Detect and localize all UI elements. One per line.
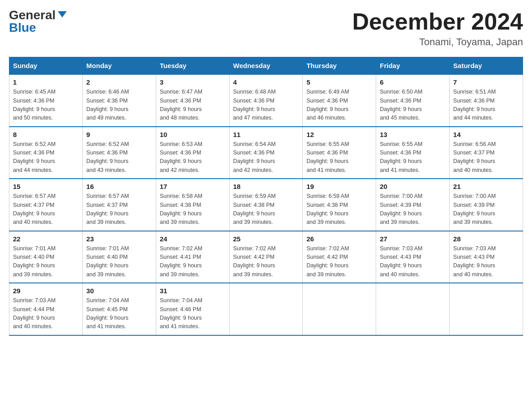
day-number: 4 [233, 78, 299, 86]
calendar-cell: 4 Sunrise: 6:48 AMSunset: 4:36 PMDayligh… [229, 74, 303, 127]
day-number: 7 [453, 78, 519, 86]
location-title: Tonami, Toyama, Japan [352, 36, 523, 48]
day-info: Sunrise: 6:52 AMSunset: 4:36 PMDaylight:… [86, 140, 152, 175]
calendar-cell [450, 283, 523, 335]
calendar-cell: 15 Sunrise: 6:57 AMSunset: 4:37 PMDaylig… [9, 179, 83, 231]
weekday-header-thursday: Thursday [303, 57, 376, 75]
calendar-cell: 16 Sunrise: 6:57 AMSunset: 4:37 PMDaylig… [82, 179, 156, 231]
logo-blue-text: Blue [9, 21, 36, 34]
weekday-header-sunday: Sunday [9, 57, 83, 75]
page-header: General Blue December 2024 Tonami, Toyam… [9, 9, 523, 48]
day-info: Sunrise: 7:04 AMSunset: 4:46 PMDaylight:… [160, 296, 226, 331]
day-info: Sunrise: 7:01 AMSunset: 4:40 PMDaylight:… [13, 244, 79, 279]
calendar-cell: 3 Sunrise: 6:47 AMSunset: 4:36 PMDayligh… [156, 74, 229, 127]
day-number: 10 [160, 131, 226, 138]
calendar-cell: 31 Sunrise: 7:04 AMSunset: 4:46 PMDaylig… [156, 283, 229, 335]
day-number: 9 [86, 131, 152, 138]
day-number: 1 [13, 78, 79, 86]
calendar-cell: 28 Sunrise: 7:03 AMSunset: 4:43 PMDaylig… [450, 231, 523, 283]
logo-general-text: General [9, 9, 56, 21]
day-number: 21 [453, 183, 519, 190]
calendar-cell: 12 Sunrise: 6:55 AMSunset: 4:36 PMDaylig… [303, 127, 376, 179]
day-info: Sunrise: 6:45 AMSunset: 4:36 PMDaylight:… [13, 88, 79, 123]
day-number: 23 [86, 235, 152, 243]
day-info: Sunrise: 6:46 AMSunset: 4:36 PMDaylight:… [86, 88, 152, 123]
logo-triangle-icon [58, 11, 67, 17]
day-number: 15 [13, 183, 79, 190]
day-info: Sunrise: 6:59 AMSunset: 4:38 PMDaylight:… [306, 192, 372, 227]
day-info: Sunrise: 6:50 AMSunset: 4:36 PMDaylight:… [380, 88, 446, 123]
weekday-header-monday: Monday [82, 57, 156, 75]
calendar-week-5: 29 Sunrise: 7:03 AMSunset: 4:44 PMDaylig… [9, 283, 523, 335]
day-number: 2 [86, 78, 152, 86]
day-number: 26 [306, 235, 372, 243]
day-info: Sunrise: 7:03 AMSunset: 4:43 PMDaylight:… [453, 244, 519, 279]
day-number: 18 [233, 183, 299, 190]
day-number: 11 [233, 131, 299, 138]
calendar-cell: 14 Sunrise: 6:56 AMSunset: 4:37 PMDaylig… [450, 127, 523, 179]
day-info: Sunrise: 6:52 AMSunset: 4:36 PMDaylight:… [13, 140, 79, 175]
day-info: Sunrise: 6:54 AMSunset: 4:36 PMDaylight:… [233, 140, 299, 175]
day-number: 17 [160, 183, 226, 190]
calendar-week-4: 22 Sunrise: 7:01 AMSunset: 4:40 PMDaylig… [9, 231, 523, 283]
day-number: 5 [306, 78, 372, 86]
day-number: 8 [13, 131, 79, 138]
day-info: Sunrise: 6:55 AMSunset: 4:36 PMDaylight:… [306, 140, 372, 175]
day-number: 6 [380, 78, 446, 86]
weekday-header-wednesday: Wednesday [229, 57, 303, 75]
day-number: 14 [453, 131, 519, 138]
day-number: 20 [380, 183, 446, 190]
day-number: 3 [160, 78, 226, 86]
day-info: Sunrise: 6:57 AMSunset: 4:37 PMDaylight:… [13, 192, 79, 227]
calendar-cell: 25 Sunrise: 7:02 AMSunset: 4:42 PMDaylig… [229, 231, 303, 283]
day-info: Sunrise: 7:01 AMSunset: 4:40 PMDaylight:… [86, 244, 152, 279]
day-info: Sunrise: 7:02 AMSunset: 4:41 PMDaylight:… [160, 244, 226, 279]
day-number: 22 [13, 235, 79, 243]
weekday-header-row: SundayMondayTuesdayWednesdayThursdayFrid… [9, 57, 523, 75]
day-number: 24 [160, 235, 226, 243]
calendar-cell: 6 Sunrise: 6:50 AMSunset: 4:36 PMDayligh… [376, 74, 450, 127]
day-info: Sunrise: 6:57 AMSunset: 4:37 PMDaylight:… [86, 192, 152, 227]
calendar-cell [303, 283, 376, 335]
calendar-cell: 29 Sunrise: 7:03 AMSunset: 4:44 PMDaylig… [9, 283, 83, 335]
day-number: 16 [86, 183, 152, 190]
day-number: 29 [13, 287, 79, 295]
day-info: Sunrise: 7:02 AMSunset: 4:42 PMDaylight:… [233, 244, 299, 279]
day-number: 28 [453, 235, 519, 243]
calendar-cell: 23 Sunrise: 7:01 AMSunset: 4:40 PMDaylig… [82, 231, 156, 283]
calendar-cell: 27 Sunrise: 7:03 AMSunset: 4:43 PMDaylig… [376, 231, 450, 283]
calendar-cell: 8 Sunrise: 6:52 AMSunset: 4:36 PMDayligh… [9, 127, 83, 179]
calendar-cell: 19 Sunrise: 6:59 AMSunset: 4:38 PMDaylig… [303, 179, 376, 231]
day-number: 27 [380, 235, 446, 243]
calendar-week-2: 8 Sunrise: 6:52 AMSunset: 4:36 PMDayligh… [9, 127, 523, 179]
calendar-cell: 13 Sunrise: 6:55 AMSunset: 4:36 PMDaylig… [376, 127, 450, 179]
day-info: Sunrise: 6:49 AMSunset: 4:36 PMDaylight:… [306, 88, 372, 123]
day-info: Sunrise: 7:00 AMSunset: 4:39 PMDaylight:… [380, 192, 446, 227]
calendar-cell: 21 Sunrise: 7:00 AMSunset: 4:39 PMDaylig… [450, 179, 523, 231]
day-info: Sunrise: 7:02 AMSunset: 4:42 PMDaylight:… [306, 244, 372, 279]
weekday-header-friday: Friday [376, 57, 450, 75]
calendar-cell: 10 Sunrise: 6:53 AMSunset: 4:36 PMDaylig… [156, 127, 229, 179]
day-info: Sunrise: 6:56 AMSunset: 4:37 PMDaylight:… [453, 140, 519, 175]
calendar-cell: 20 Sunrise: 7:00 AMSunset: 4:39 PMDaylig… [376, 179, 450, 231]
calendar-week-3: 15 Sunrise: 6:57 AMSunset: 4:37 PMDaylig… [9, 179, 523, 231]
day-info: Sunrise: 6:58 AMSunset: 4:38 PMDaylight:… [160, 192, 226, 227]
calendar-cell: 7 Sunrise: 6:51 AMSunset: 4:36 PMDayligh… [450, 74, 523, 127]
day-info: Sunrise: 6:47 AMSunset: 4:36 PMDaylight:… [160, 88, 226, 123]
day-number: 30 [86, 287, 152, 295]
calendar-cell: 17 Sunrise: 6:58 AMSunset: 4:38 PMDaylig… [156, 179, 229, 231]
calendar-cell [376, 283, 450, 335]
calendar-cell: 2 Sunrise: 6:46 AMSunset: 4:36 PMDayligh… [82, 74, 156, 127]
day-info: Sunrise: 7:03 AMSunset: 4:44 PMDaylight:… [13, 296, 79, 331]
calendar-cell: 24 Sunrise: 7:02 AMSunset: 4:41 PMDaylig… [156, 231, 229, 283]
calendar-cell: 1 Sunrise: 6:45 AMSunset: 4:36 PMDayligh… [9, 74, 83, 127]
day-info: Sunrise: 6:51 AMSunset: 4:36 PMDaylight:… [453, 88, 519, 123]
calendar-cell: 11 Sunrise: 6:54 AMSunset: 4:36 PMDaylig… [229, 127, 303, 179]
calendar-cell: 26 Sunrise: 7:02 AMSunset: 4:42 PMDaylig… [303, 231, 376, 283]
calendar-cell [229, 283, 303, 335]
day-info: Sunrise: 6:59 AMSunset: 4:38 PMDaylight:… [233, 192, 299, 227]
title-block: December 2024 Tonami, Toyama, Japan [352, 9, 523, 48]
calendar-cell: 30 Sunrise: 7:04 AMSunset: 4:45 PMDaylig… [82, 283, 156, 335]
day-number: 19 [306, 183, 372, 190]
day-info: Sunrise: 7:03 AMSunset: 4:43 PMDaylight:… [380, 244, 446, 279]
